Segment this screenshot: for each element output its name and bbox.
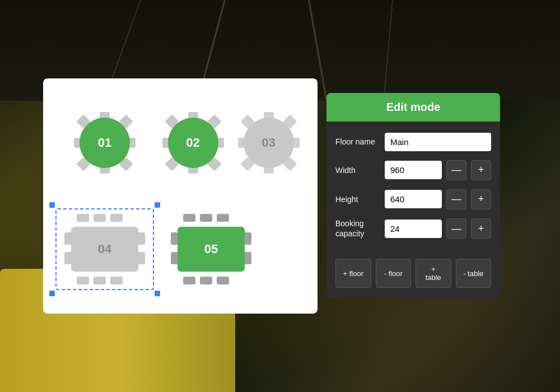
chair	[200, 277, 212, 284]
plus-icon: +	[478, 223, 484, 235]
table-circle[interactable]: 02	[168, 118, 218, 168]
edit-mode-header: Edit mode	[326, 93, 500, 122]
chair	[217, 214, 229, 222]
height-row: Height — +	[335, 189, 491, 209]
chair	[244, 232, 251, 245]
resize-handle[interactable]	[155, 291, 160, 296]
height-input[interactable]	[385, 190, 442, 208]
chair	[200, 214, 212, 222]
chair	[244, 252, 251, 264]
floor-name-label: Floor name	[335, 137, 380, 147]
table-rect[interactable]: 05	[178, 227, 245, 272]
minus-icon: —	[451, 223, 461, 235]
height-label: Height	[335, 194, 380, 204]
minus-icon: —	[451, 164, 461, 176]
table-label: 03	[262, 136, 275, 150]
selection-border	[55, 208, 154, 290]
resize-handle[interactable]	[155, 202, 160, 208]
booking-label-line1: Booking	[335, 219, 364, 228]
table-circle[interactable]: 03	[244, 118, 294, 168]
width-label: Width	[335, 165, 380, 175]
booking-capacity-row: Booking capacity — +	[335, 218, 491, 239]
edit-mode-title: Edit mode	[386, 101, 441, 113]
table-02[interactable]: 02	[162, 112, 224, 174]
booking-label-line2: capacity	[335, 229, 364, 238]
remove-floor-button[interactable]: - floor	[376, 259, 412, 288]
edit-panel: Edit mode Floor name Width — + H	[326, 93, 500, 299]
table-01[interactable]: 01	[74, 112, 136, 174]
floor-name-row: Floor name	[335, 133, 491, 151]
ui-layer: 01 02	[0, 0, 560, 392]
edit-actions: + floor - floor + table - table	[326, 259, 500, 299]
chair	[183, 277, 195, 284]
table-label: 05	[204, 242, 218, 256]
table-03[interactable]: 03	[238, 112, 300, 174]
width-input[interactable]	[385, 161, 442, 179]
plus-icon: +	[478, 193, 484, 205]
edit-body: Floor name Width — + Height —	[326, 122, 500, 259]
table-04[interactable]: 04	[60, 213, 150, 286]
add-table-button[interactable]: + table	[416, 259, 451, 288]
floor-plan-panel: 01 02	[43, 78, 318, 314]
booking-capacity-label: Booking capacity	[335, 218, 380, 239]
width-row: Width — +	[335, 160, 491, 180]
table-label: 02	[186, 136, 199, 150]
table-label: 01	[98, 136, 111, 150]
booking-capacity-input[interactable]	[385, 220, 442, 238]
remove-table-button[interactable]: - table	[456, 259, 492, 288]
booking-capacity-minus-button[interactable]: —	[446, 218, 466, 239]
height-minus-button[interactable]: —	[446, 189, 466, 209]
table-circle[interactable]: 01	[80, 118, 130, 168]
resize-handle[interactable]	[49, 202, 55, 208]
minus-icon: —	[451, 193, 461, 205]
width-minus-button[interactable]: —	[446, 160, 466, 180]
floor-name-input[interactable]	[385, 133, 491, 151]
width-plus-button[interactable]: +	[471, 160, 491, 180]
height-plus-button[interactable]: +	[471, 189, 491, 209]
booking-capacity-plus-button[interactable]: +	[471, 218, 491, 239]
chair	[183, 214, 195, 222]
chair	[217, 277, 229, 284]
resize-handle[interactable]	[49, 291, 55, 296]
add-floor-button[interactable]: + floor	[335, 259, 371, 288]
table-05[interactable]: 05	[166, 213, 256, 286]
table-rect-wrap: 05	[166, 213, 256, 286]
plus-icon: +	[478, 164, 484, 176]
